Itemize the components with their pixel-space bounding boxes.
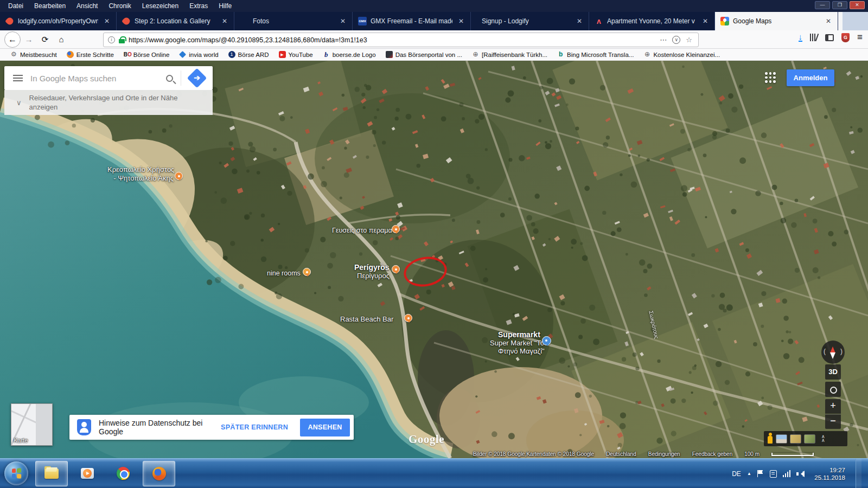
bar-marker-icon[interactable]	[404, 314, 412, 322]
pegman-icon[interactable]	[767, 433, 773, 445]
tilt-3d-button[interactable]: 3D	[825, 364, 841, 380]
network-signal-icon[interactable]	[783, 470, 791, 477]
search-icon[interactable]	[166, 75, 173, 82]
menu-ansicht[interactable]: Ansicht	[72, 1, 103, 11]
url-bar[interactable]: i https://www.google.com/maps/@40.291089…	[103, 33, 699, 47]
poi-label-perigyros[interactable]: Perígyros	[354, 263, 390, 272]
menu-bearbeiten[interactable]: Bearbeiten	[29, 1, 71, 11]
my-location-button[interactable]	[825, 382, 841, 397]
back-button[interactable]: ←	[4, 31, 21, 48]
volume-icon[interactable]: )	[796, 470, 805, 478]
pocket-icon[interactable]: ∨	[672, 36, 680, 44]
map-viewport[interactable]: Κρεοπωλείο Χρήστος- Ψητοπωλείο Άκης Γευσ…	[0, 61, 868, 458]
taskbar-clock[interactable]: 19:27 25.11.2018	[814, 466, 845, 481]
directions-button[interactable]: ➔	[187, 68, 207, 88]
tab-close-icon[interactable]: ✕	[824, 17, 833, 25]
bookmark-invia-world[interactable]: invia world	[175, 49, 222, 60]
home-button[interactable]: ⌂	[53, 32, 69, 47]
poi-label-rasta-beach-bar[interactable]: Rasta Beach Bar	[340, 315, 393, 323]
travel-info-panel[interactable]: ∨ Reisedauer, Verkehrslage und Orte in d…	[4, 90, 213, 115]
menu-extras[interactable]: Extras	[184, 1, 213, 11]
tab-lodgify-property[interactable]: lodgify.com/oh/PropertyOwne ✕	[0, 12, 117, 30]
library-icon[interactable]	[810, 34, 818, 41]
close-window-button[interactable]: ✕	[850, 1, 865, 9]
tray-app-icon[interactable]	[770, 470, 777, 478]
restaurant-marker-icon[interactable]	[392, 265, 400, 273]
feedback-link[interactable]: Feedback geben	[692, 451, 733, 457]
tab-gmx-freemail[interactable]: GMX GMX Freemail - E-Mail made in ✕	[353, 12, 471, 30]
taskbar-firefox-button[interactable]	[143, 461, 175, 486]
maximize-button[interactable]: ❐	[832, 1, 847, 9]
layer-thumbnail[interactable]	[790, 434, 801, 444]
url-text[interactable]: https://www.google.com/maps/@40.2910895,…	[129, 36, 654, 44]
google-apps-grid-icon[interactable]	[764, 71, 777, 84]
poi-label-supermarkt[interactable]: Supermarkt	[498, 330, 540, 339]
zoom-in-button[interactable]: +	[825, 399, 841, 414]
bookmark-meistbesucht[interactable]: ⚙Meistbesucht	[7, 49, 61, 60]
tab-google-maps-active[interactable]: Google Maps ✕	[715, 12, 838, 30]
restaurant-marker-icon[interactable]	[392, 225, 400, 233]
signin-button[interactable]: Anmelden	[787, 69, 834, 86]
tab-close-icon[interactable]: ✕	[575, 17, 584, 25]
start-button[interactable]	[4, 461, 28, 485]
layer-thumbnail[interactable]	[804, 434, 815, 444]
compass-control[interactable]: ( )	[821, 341, 845, 364]
lodging-marker-icon[interactable]	[303, 268, 311, 276]
expand-chevron-icon[interactable]: ∧∧	[821, 435, 825, 442]
layer-thumbnail[interactable]	[776, 434, 787, 444]
tab-close-icon[interactable]: ✕	[338, 17, 348, 25]
zoom-out-button[interactable]: −	[825, 414, 841, 429]
tab-apartment-yvonne[interactable]: ʌ Apartment Yvonne, 20 Meter v ✕	[589, 12, 715, 30]
tab-close-icon[interactable]: ✕	[220, 17, 229, 25]
bookmark-kleinanzeigen[interactable]: ⊕Kostenlose Kleinanzei...	[640, 49, 724, 60]
rotate-right-icon[interactable]: )	[840, 348, 843, 355]
hamburger-menu-icon[interactable]: ≡	[857, 32, 863, 43]
taskbar-chrome-button[interactable]	[107, 461, 139, 486]
tab-close-icon[interactable]: ✕	[102, 17, 112, 25]
tab-close-icon[interactable]: ✕	[700, 17, 710, 25]
minimap-toggle[interactable]: Karte	[11, 403, 53, 446]
rotate-left-icon[interactable]: (	[824, 348, 826, 355]
poi-label-tavern[interactable]: Γευσεις στο περαμα	[332, 227, 392, 234]
sidebar-icon[interactable]	[825, 34, 834, 41]
gdata-shield-icon[interactable]: G	[841, 33, 850, 42]
terms-link[interactable]: Bedingungen	[648, 451, 680, 457]
downloads-icon[interactable]: ↓	[799, 33, 803, 42]
bookmark-boerse-online[interactable]: BOBörse Online	[120, 49, 173, 60]
taskbar-explorer-button[interactable]	[35, 461, 68, 486]
show-desktop-button[interactable]	[856, 459, 861, 488]
action-center-flag-icon[interactable]	[757, 470, 764, 477]
search-input[interactable]: In Google Maps suchen	[30, 74, 166, 83]
language-indicator[interactable]: DE	[732, 470, 741, 478]
bookmark-youtube[interactable]: ▶YouTube	[275, 49, 317, 60]
bookmark-erste-schritte[interactable]: Erste Schritte	[63, 49, 118, 60]
site-info-icon[interactable]: i	[108, 36, 115, 43]
reload-button[interactable]: ⟳	[37, 32, 53, 47]
maps-menu-icon[interactable]	[13, 73, 23, 83]
bookmark-raiffeisenbank[interactable]: ⊕[Raiffeisenbank Türkh...	[468, 49, 551, 60]
bookmark-boersenportal[interactable]: Das Börsenportal von ...	[382, 49, 466, 60]
show-hidden-icons[interactable]: ▲	[747, 471, 751, 476]
bookmark-star-icon[interactable]: ☆	[684, 36, 694, 44]
menu-lesezeichen[interactable]: Lesezeichen	[137, 1, 183, 11]
forward-button[interactable]: →	[21, 32, 37, 47]
menu-hilfe[interactable]: Hilfe	[214, 1, 237, 11]
taskbar-mediaplayer-button[interactable]	[71, 461, 104, 486]
page-actions-icon[interactable]: ⋯	[658, 36, 668, 44]
tab-fotos[interactable]: Fotos ✕	[234, 12, 353, 30]
remind-later-button[interactable]: SPÄTER ERINNERN	[221, 423, 288, 431]
bookmark-bing-translator[interactable]: bBing Microsoft Transla...	[553, 49, 637, 60]
minimize-button[interactable]: —	[815, 1, 830, 9]
bookmark-boerse-de[interactable]: bboerse.de Logo	[319, 49, 380, 60]
bookmark-boerse-ard[interactable]: 1Börse ARD	[225, 49, 273, 60]
tab-signup-lodgify[interactable]: Signup - Lodgify ✕	[471, 12, 589, 30]
menu-chronik[interactable]: Chronik	[104, 1, 136, 11]
chevron-down-icon[interactable]: ∨	[16, 99, 22, 107]
poi-label-nine-rooms[interactable]: nine rooms	[267, 269, 301, 277]
supermarket-marker-icon[interactable]	[542, 336, 551, 345]
restaurant-marker-icon[interactable]	[175, 172, 183, 180]
tab-step2-location-gallery[interactable]: Step 2: Location & Gallery ✕	[117, 12, 234, 30]
tab-close-icon[interactable]: ✕	[456, 17, 466, 25]
menu-datei[interactable]: Datei	[3, 1, 28, 11]
view-privacy-button[interactable]: ANSEHEN	[300, 419, 350, 436]
